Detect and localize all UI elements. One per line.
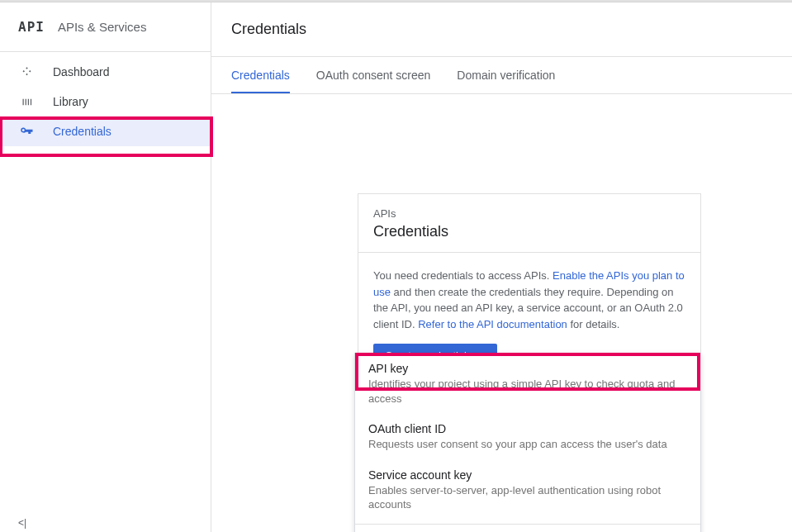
card-header: APIs Credentials: [358, 194, 700, 253]
dropdown-item-title: Service account key: [368, 468, 687, 482]
page-header: Credentials: [211, 2, 792, 57]
tabs-bar: Credentials OAuth consent screen Domain …: [211, 57, 792, 94]
tab-domain-verification[interactable]: Domain verification: [457, 57, 555, 93]
tab-credentials[interactable]: Credentials: [231, 57, 290, 93]
card-text-part: You need credentials to access APIs.: [373, 269, 553, 282]
main-area: Credentials Credentials OAuth consent sc…: [211, 2, 792, 532]
dropdown-item-api-key[interactable]: API key Identifies your project using a …: [355, 354, 700, 414]
sidebar-header: API APIs & Services: [0, 2, 211, 52]
dropdown-item-oauth-client[interactable]: OAuth client ID Requests user consent so…: [355, 414, 700, 460]
content-area: APIs Credentials You need credentials to…: [211, 94, 792, 532]
dropdown-item-help-choose[interactable]: Help me choose Asks a few questions to h…: [355, 528, 700, 532]
card-text-part: for details.: [567, 318, 620, 330]
library-icon: [18, 93, 35, 110]
key-icon: [18, 123, 35, 140]
dashboard-icon: [18, 64, 35, 80]
sidebar-item-dashboard[interactable]: Dashboard: [0, 57, 211, 87]
sidebar-item-library[interactable]: Library: [0, 87, 211, 116]
dropdown-item-desc: Enables server-to-server, app-level auth…: [368, 483, 687, 512]
api-logo: API: [18, 19, 45, 35]
layout-root: API APIs & Services Dashboard Library: [0, 2, 792, 532]
sidebar: API APIs & Services Dashboard Library: [0, 2, 211, 532]
sidebar-item-label: Dashboard: [53, 65, 110, 78]
sidebar-item-label: Credentials: [53, 125, 111, 138]
api-docs-link[interactable]: Refer to the API documentation: [418, 318, 567, 330]
dropdown-item-desc: Requests user consent so your app can ac…: [368, 437, 687, 452]
create-credentials-dropdown: API key Identifies your project using a …: [354, 353, 701, 532]
sidebar-title: APIs & Services: [58, 20, 147, 34]
dropdown-item-service-account[interactable]: Service account key Enables server-to-se…: [355, 460, 700, 520]
dropdown-item-title: API key: [368, 362, 687, 375]
dropdown-item-desc: Identifies your project using a simple A…: [368, 377, 687, 406]
card-eyebrow: APIs: [373, 207, 685, 220]
card-title: Credentials: [373, 223, 685, 240]
dropdown-divider: [355, 524, 700, 525]
page-title: Credentials: [231, 21, 772, 38]
tab-oauth-consent[interactable]: OAuth consent screen: [316, 57, 431, 93]
sidebar-item-label: Library: [53, 95, 88, 108]
sidebar-item-credentials[interactable]: Credentials: [0, 116, 211, 146]
sidebar-collapse-handle[interactable]: <|: [18, 517, 26, 529]
sidebar-nav: Dashboard Library Credentials: [0, 52, 211, 146]
dropdown-item-title: OAuth client ID: [368, 422, 687, 435]
